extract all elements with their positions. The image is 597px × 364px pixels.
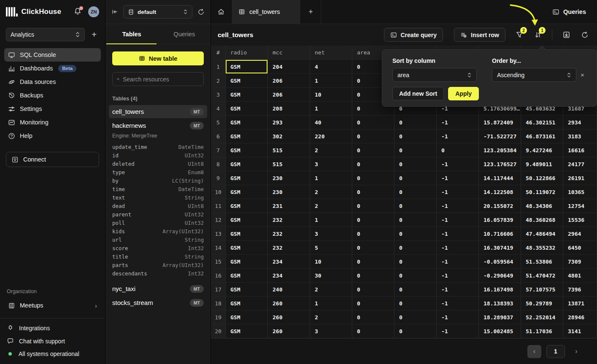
table-cell[interactable]: 0 [394,241,437,254]
table-cell[interactable]: 1 [310,297,352,310]
table-cell[interactable]: -1 [437,157,479,171]
sidebar-item-dashboards[interactable]: Dashboards Beta [4,62,101,75]
table-cell[interactable]: 515 [268,143,310,157]
table-cell[interactable]: GSM [226,102,268,115]
table-cell[interactable]: 46.302151 [521,116,563,129]
table-cell[interactable]: 0 [394,129,437,143]
table-cell[interactable]: 15.872409 [479,116,521,129]
add-new-sort-button[interactable]: Add new Sort [392,87,444,100]
table-cell[interactable]: 0 [394,143,437,157]
table-cell[interactable]: 15.002485 [479,324,521,338]
table-cell[interactable]: GSM [226,227,268,240]
table-cell[interactable]: -1 [437,269,479,282]
table-cell[interactable]: 12754 [563,199,597,213]
table-cell[interactable]: GSM [226,283,268,296]
table-cell[interactable]: 16.167498 [479,283,521,296]
table-cell[interactable]: GSM [226,143,268,157]
chat-support-link[interactable]: Chat with support [7,337,98,345]
table-cell[interactable]: 232 [268,227,310,240]
table-cell[interactable]: 9.427246 [521,143,563,157]
current-page[interactable]: 1 [546,345,565,358]
table-cell[interactable]: 7309 [563,255,597,268]
table-cell[interactable]: 2964 [563,227,597,240]
table-cell[interactable]: 18.138393 [479,297,521,310]
table-cell[interactable]: 2 [310,199,352,213]
table-cell[interactable]: 231 [268,199,310,213]
table-list-item[interactable]: stocks_streamMT [109,296,207,309]
table-cell[interactable]: 16616 [563,143,597,157]
table-cell[interactable]: 3 [310,227,352,240]
sidebar-item-backups[interactable]: Backups [4,89,101,102]
table-cell[interactable]: 20.155072 [479,199,521,213]
table-cell[interactable]: 6450 [563,241,597,254]
table-cell[interactable]: -1 [437,171,479,185]
tab-queries[interactable]: Queries [158,24,211,44]
avatar[interactable]: ZN [88,6,99,17]
table-cell[interactable]: 48.34306 [521,199,563,213]
table-cell[interactable]: 51.470472 [521,269,563,282]
table-cell[interactable]: 52.252014 [521,310,563,324]
table-cell[interactable]: 0 [352,129,394,143]
table-cell[interactable]: 18.289037 [479,310,521,324]
table-cell[interactable]: 14.117444 [479,171,521,185]
table-cell[interactable]: -0.059564 [479,255,521,268]
search-input[interactable] [123,76,199,83]
table-cell[interactable]: 0 [352,241,394,254]
sort-button[interactable]: 1 [533,31,543,39]
table-cell[interactable]: 1 [310,213,352,226]
table-cell[interactable]: -1 [437,241,479,254]
table-cell[interactable]: 0 [352,171,394,185]
table-cell[interactable]: GSM [226,324,268,338]
new-tab-button[interactable]: + [301,0,321,24]
column-header[interactable]: # [211,46,226,59]
table-cell[interactable]: 16.057839 [479,213,521,226]
table-cell[interactable]: 240 [268,283,310,296]
table-cell[interactable]: 0 [394,324,437,338]
table-cell[interactable]: 0 [394,213,437,226]
table-cell[interactable]: GSM [226,199,268,213]
table-cell[interactable]: 10 [310,255,352,268]
table-cell[interactable]: 123.205384 [479,143,521,157]
remove-sort-button[interactable]: × [579,68,586,82]
table-cell[interactable]: 57.107575 [521,283,563,296]
table-list-item[interactable]: nyc_taxiMT [109,282,207,295]
table-cell[interactable]: 206 [268,88,310,101]
search-resources[interactable] [112,72,204,86]
table-cell[interactable]: 0 [352,157,394,171]
table-cell[interactable]: -1 [437,227,479,240]
table-cell[interactable]: 208 [268,102,310,115]
table-cell[interactable]: GSM [226,255,268,268]
table-cell[interactable]: 15536 [563,213,597,226]
table-cell[interactable]: 50.122866 [521,171,563,185]
table-cell[interactable]: -1 [437,116,479,129]
table-cell[interactable]: 14.122508 [479,185,521,199]
table-cell[interactable]: -1 [437,199,479,213]
sidebar-item-help[interactable]: Help [4,129,101,143]
table-cell[interactable]: 234 [268,255,310,268]
apply-sort-button[interactable]: Apply [448,87,479,100]
table-cell[interactable]: GSM [226,74,268,87]
tab-tables[interactable]: Tables [105,24,158,44]
table-cell[interactable]: 1 [310,102,352,115]
table-cell[interactable]: 48.360268 [521,213,563,226]
prev-page-button[interactable]: ‹ [527,345,541,358]
table-cell[interactable]: 260 [268,297,310,310]
table-cell[interactable]: 0 [352,116,394,129]
table-cell[interactable]: 230 [268,185,310,199]
table-cell[interactable]: 232 [268,213,310,226]
collapse-panel-icon[interactable] [111,8,118,15]
insert-row-button[interactable]: Insert row [454,28,505,42]
table-cell[interactable]: 4801 [563,269,597,282]
table-cell[interactable]: -1 [437,324,479,338]
system-status[interactable]: All systems operational [7,351,98,357]
table-cell[interactable]: 2 [310,143,352,157]
table-cell[interactable]: 302 [268,129,310,143]
refresh-data-button[interactable] [580,31,589,39]
table-cell[interactable]: 0 [394,227,437,240]
table-cell[interactable]: GSM [226,185,268,199]
filter-button[interactable]: 2 [515,31,524,39]
table-cell[interactable]: 26191 [563,171,597,185]
table-cell[interactable]: 1 [310,74,352,87]
table-cell[interactable]: 47.486494 [521,227,563,240]
sort-order-select[interactable]: Ascending [492,68,576,82]
